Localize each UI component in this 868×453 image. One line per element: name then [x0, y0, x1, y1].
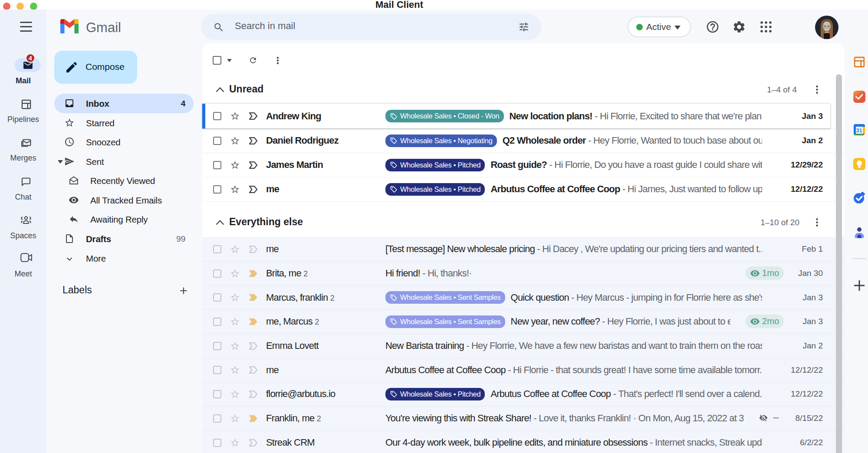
- svg-text:31: 31: [856, 127, 862, 134]
